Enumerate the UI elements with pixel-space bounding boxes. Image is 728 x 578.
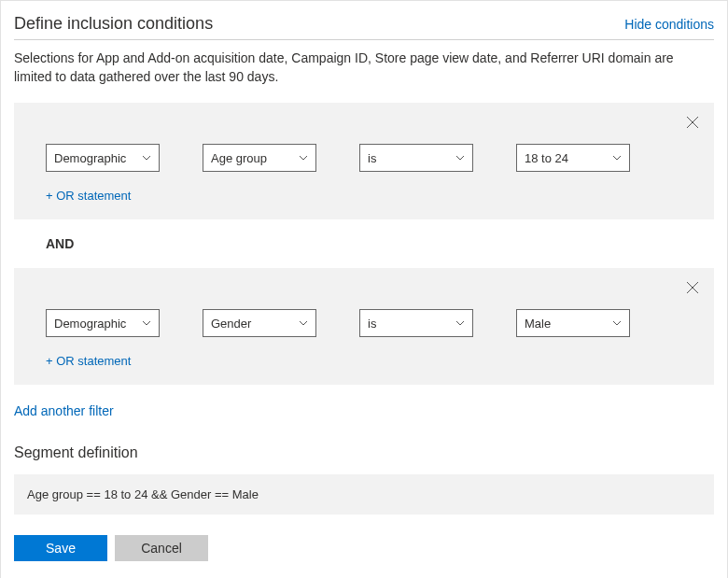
select-value: Demographic bbox=[54, 317, 126, 331]
condition-selects-row: Demographic Age group is 18 to 24 bbox=[46, 144, 701, 172]
close-icon bbox=[686, 116, 699, 129]
or-statement-link[interactable]: + OR statement bbox=[46, 354, 701, 368]
condition-block: Demographic Age group is 18 to 24 + OR s… bbox=[14, 103, 714, 219]
category-select[interactable]: Demographic bbox=[46, 144, 160, 172]
panel-header: Define inclusion conditions Hide conditi… bbox=[14, 14, 714, 40]
remove-condition-button[interactable] bbox=[684, 114, 701, 131]
and-connector: AND bbox=[14, 219, 714, 268]
operator-select[interactable]: is bbox=[359, 309, 473, 337]
operator-select[interactable]: is bbox=[359, 144, 473, 172]
segment-definition-box: Age group == 18 to 24 && Gender == Male bbox=[14, 474, 714, 515]
attribute-select[interactable]: Age group bbox=[203, 144, 316, 172]
select-value: Male bbox=[525, 317, 551, 331]
hide-conditions-link[interactable]: Hide conditions bbox=[624, 17, 714, 32]
select-value: Age group bbox=[211, 151, 267, 165]
chevron-down-icon bbox=[142, 318, 151, 328]
condition-block: Demographic Gender is Male + OR statemen… bbox=[14, 268, 714, 385]
panel-description: Selections for App and Add-on acquisitio… bbox=[14, 49, 714, 86]
value-select[interactable]: Male bbox=[516, 309, 630, 337]
add-filter-link[interactable]: Add another filter bbox=[14, 403, 114, 418]
category-select[interactable]: Demographic bbox=[46, 309, 160, 337]
value-select[interactable]: 18 to 24 bbox=[516, 144, 630, 172]
select-value: Gender bbox=[211, 317, 251, 331]
action-buttons: Save Cancel bbox=[14, 535, 714, 561]
select-value: 18 to 24 bbox=[525, 151, 568, 165]
save-button[interactable]: Save bbox=[14, 535, 107, 561]
chevron-down-icon bbox=[612, 153, 622, 162]
chevron-down-icon bbox=[455, 318, 465, 328]
attribute-select[interactable]: Gender bbox=[203, 309, 316, 337]
condition-selects-row: Demographic Gender is Male bbox=[46, 309, 701, 337]
remove-condition-button[interactable] bbox=[684, 279, 701, 296]
close-icon bbox=[686, 281, 699, 294]
panel-title: Define inclusion conditions bbox=[14, 14, 213, 34]
or-statement-link[interactable]: + OR statement bbox=[46, 189, 701, 203]
chevron-down-icon bbox=[299, 318, 308, 328]
cancel-button[interactable]: Cancel bbox=[115, 535, 208, 561]
inclusion-conditions-panel: Define inclusion conditions Hide conditi… bbox=[0, 0, 728, 578]
chevron-down-icon bbox=[612, 318, 622, 328]
select-value: is bbox=[368, 151, 376, 165]
select-value: Demographic bbox=[54, 151, 126, 165]
select-value: is bbox=[368, 317, 376, 331]
chevron-down-icon bbox=[299, 153, 308, 162]
segment-definition-title: Segment definition bbox=[14, 444, 714, 461]
chevron-down-icon bbox=[455, 153, 465, 162]
chevron-down-icon bbox=[142, 153, 151, 162]
